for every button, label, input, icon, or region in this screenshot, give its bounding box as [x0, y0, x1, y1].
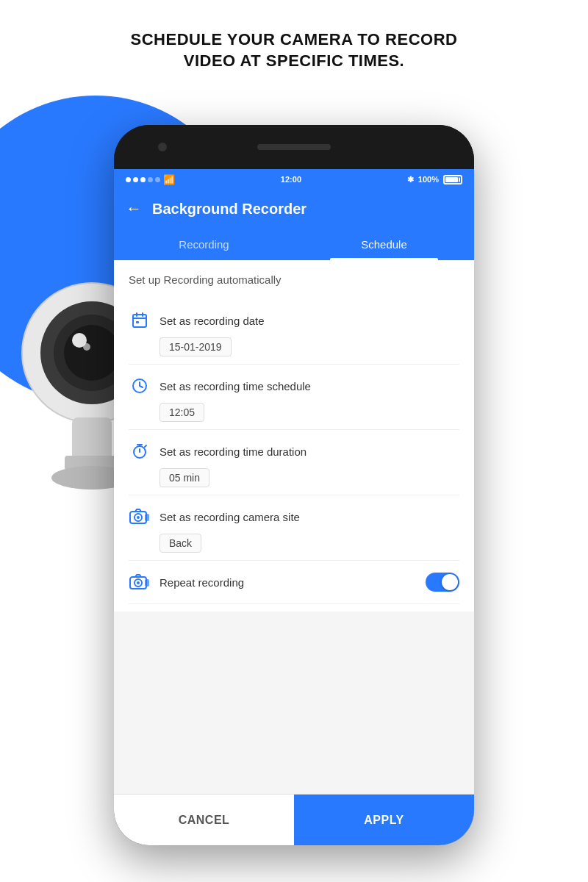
time-schedule-value[interactable]: 12:05	[159, 403, 204, 422]
svg-point-3	[64, 325, 120, 381]
bottom-buttons: CANCEL APPLY	[114, 794, 474, 845]
repeat-toggle[interactable]	[426, 573, 459, 592]
page-header: SCHEDULE YOUR CAMERA TO RECORD VIDEO AT …	[0, 29, 588, 71]
back-button[interactable]: ←	[126, 199, 142, 218]
status-right: ✱ 100%	[407, 175, 462, 184]
phone-device: 📶 12:00 ✱ 100% ← Background Recorder Rec…	[114, 125, 474, 845]
phone-camera	[158, 143, 167, 151]
setting-row-camera-site[interactable]: Set as recording camera site Back	[129, 495, 459, 561]
status-bar: 📶 12:00 ✱ 100%	[114, 169, 474, 190]
setting-header-time: Set as recording time schedule	[129, 375, 459, 397]
app-bar: ← Background Recorder	[114, 190, 474, 228]
duration-value[interactable]: 05 min	[159, 468, 209, 487]
setting-row-time-schedule[interactable]: Set as recording time schedule 12:05	[129, 365, 459, 430]
setting-row-repeat[interactable]: Repeat recording	[129, 561, 459, 604]
bluetooth-icon: ✱	[407, 175, 414, 184]
tabs: Recording Schedule	[114, 228, 474, 260]
setup-title: Set up Recording automatically	[129, 273, 459, 286]
header-title-line2: VIDEO AT SPECIFIC TIMES.	[0, 51, 588, 72]
battery-percent: 100%	[418, 175, 439, 184]
calendar-icon	[129, 309, 151, 331]
dot4	[148, 177, 153, 182]
repeat-label: Repeat recording	[159, 576, 244, 589]
svg-rect-28	[145, 579, 149, 587]
svg-rect-24	[145, 514, 149, 521]
apply-button[interactable]: APPLY	[294, 795, 474, 845]
timer-icon	[129, 440, 151, 462]
dot5	[155, 177, 160, 182]
svg-rect-6	[72, 417, 112, 462]
toggle-knob	[442, 574, 458, 590]
setting-header-date: Set as recording date	[129, 309, 459, 331]
svg-line-16	[140, 386, 143, 387]
dot2	[133, 177, 138, 182]
svg-rect-9	[133, 315, 146, 327]
svg-point-23	[137, 516, 140, 519]
svg-point-27	[137, 581, 140, 584]
setting-header-duration: Set as recording time duration	[129, 440, 459, 462]
setting-row-duration[interactable]: Set as recording time duration 05 min	[129, 430, 459, 495]
screen-content: Set up Recording automatically Set as re…	[114, 260, 474, 794]
time-schedule-label: Set as recording time schedule	[159, 380, 311, 392]
battery-tip	[459, 177, 460, 182]
repeat-camera-icon	[129, 571, 151, 593]
header-title-line1: SCHEDULE YOUR CAMERA TO RECORD	[0, 29, 588, 51]
setting-row-date[interactable]: Set as recording date 15-01-2019	[129, 299, 459, 365]
tab-recording[interactable]: Recording	[114, 228, 294, 260]
duration-label: Set as recording time duration	[159, 445, 306, 458]
content-inner: Set up Recording automatically Set as re…	[114, 260, 474, 612]
dot3	[140, 177, 146, 182]
status-time: 12:00	[281, 175, 301, 184]
clock-icon	[129, 375, 151, 397]
setting-header-camera: Set as recording camera site	[129, 506, 459, 528]
dot1	[126, 177, 131, 182]
wifi-icon: 📶	[163, 174, 175, 185]
camera-site-value[interactable]: Back	[159, 534, 201, 553]
phone-top-bar	[114, 125, 474, 169]
date-label: Set as recording date	[159, 315, 265, 327]
date-value[interactable]: 15-01-2019	[159, 337, 232, 356]
setting-header-repeat: Repeat recording	[129, 571, 244, 593]
battery-icon	[443, 175, 462, 184]
battery-fill	[445, 177, 458, 182]
app-title: Background Recorder	[152, 201, 306, 218]
camera-site-label: Set as recording camera site	[159, 511, 300, 523]
tab-schedule[interactable]: Schedule	[294, 228, 474, 260]
svg-point-5	[83, 343, 90, 351]
phone-speaker	[257, 144, 331, 150]
svg-rect-13	[136, 321, 139, 323]
signal-dots	[126, 177, 160, 182]
cancel-button[interactable]: CANCEL	[114, 795, 294, 845]
status-left: 📶	[126, 174, 175, 185]
camera-site-icon	[129, 506, 151, 528]
